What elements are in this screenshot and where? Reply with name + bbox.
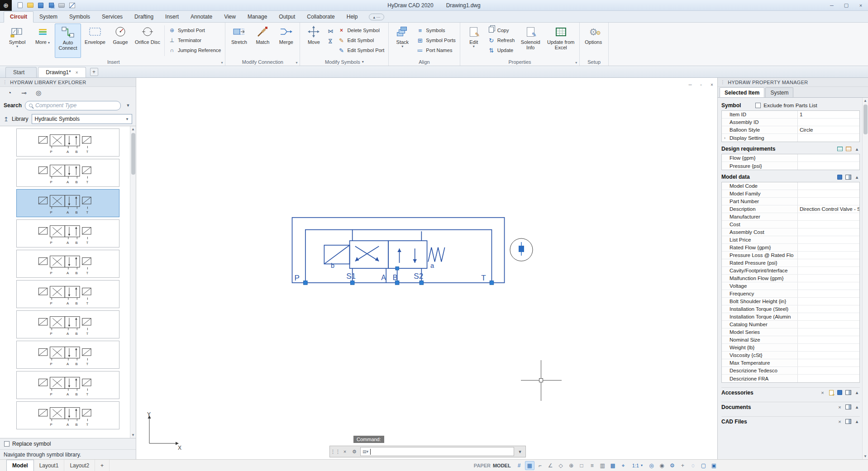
ortho-mode-icon[interactable]: ⌐ bbox=[535, 461, 545, 470]
isometric-drafting-icon[interactable]: ◇ bbox=[556, 461, 566, 470]
command-drag-handle-icon[interactable]: ⋮⋮ bbox=[332, 449, 339, 455]
property-row[interactable]: Description Direction Control Valve - So… bbox=[722, 205, 859, 213]
library-select[interactable]: Hydraulic Symbols ▼ bbox=[32, 114, 132, 124]
panel-drag-handle-icon[interactable]: ⋮ bbox=[3, 80, 7, 85]
polar-tracking-icon[interactable]: ∠ bbox=[546, 461, 555, 470]
library-symbol-item[interactable]: P A B T bbox=[16, 159, 119, 187]
property-row[interactable]: Assembly Cost bbox=[722, 228, 859, 236]
symbol-button[interactable]: Symbol ▾ bbox=[4, 24, 30, 58]
tab-services[interactable]: Services bbox=[96, 12, 129, 22]
property-row[interactable]: Weight {lb} bbox=[722, 344, 859, 352]
update-button[interactable]: ⇅ Update bbox=[486, 46, 517, 55]
library-symbol-item[interactable]: P A B T bbox=[16, 219, 119, 247]
tab-system-props[interactable]: System bbox=[765, 87, 793, 97]
scrollbar-thumb[interactable] bbox=[863, 105, 868, 134]
balloon-marker[interactable] bbox=[508, 237, 534, 263]
documents-panel-icon[interactable] bbox=[845, 404, 851, 410]
annotation-autoscale-icon[interactable]: ◉ bbox=[657, 461, 667, 470]
property-row[interactable]: Installation Torque (Alumin bbox=[722, 313, 859, 321]
ribbon-display-toggle[interactable]: ▴ ⋯ bbox=[369, 14, 384, 20]
command-customize-icon[interactable]: ⚙ bbox=[351, 449, 358, 455]
tab-manage[interactable]: Manage bbox=[242, 12, 273, 22]
grid-display-icon[interactable]: # bbox=[515, 461, 524, 470]
solenoid-info-button[interactable]: ✎ Solenoid Info bbox=[517, 24, 544, 58]
library-symbol-item[interactable]: P A B T bbox=[16, 341, 119, 369]
property-row[interactable]: Model Series bbox=[722, 328, 859, 336]
exclude-from-parts-list-checkbox[interactable] bbox=[755, 103, 761, 108]
doc-tab-start[interactable]: Start bbox=[5, 67, 37, 77]
open-icon[interactable] bbox=[27, 2, 34, 9]
tab-system[interactable]: System bbox=[33, 12, 63, 22]
collapse-section-icon[interactable]: ▴ bbox=[854, 404, 860, 410]
scroll-down-icon[interactable]: ▼ bbox=[863, 453, 867, 459]
library-scrollbar[interactable]: ▲ ▼ bbox=[130, 126, 136, 438]
remove-cad-file-icon[interactable]: × bbox=[837, 419, 843, 425]
property-row[interactable]: Rated Pressure {psi} bbox=[722, 259, 859, 267]
maximize-button[interactable]: ▢ bbox=[839, 0, 854, 10]
property-row[interactable]: Manufacturer bbox=[722, 213, 859, 221]
jumping-reference-button[interactable]: ∩ Jumping Reference bbox=[167, 46, 223, 55]
property-row[interactable]: List Price bbox=[722, 236, 859, 244]
panel-drag-handle-icon[interactable]: ⋮ bbox=[720, 80, 725, 85]
property-row[interactable]: Bolt Shoulder Height {in} bbox=[722, 298, 859, 305]
model-data-panel-icon[interactable] bbox=[845, 174, 851, 180]
library-symbol-item[interactable]: P A B T bbox=[16, 371, 119, 399]
merge-button[interactable]: Merge bbox=[275, 24, 297, 58]
port-names-button[interactable]: ≔ Port Names bbox=[415, 46, 457, 55]
library-symbol-item[interactable]: P A B T bbox=[16, 250, 119, 278]
library-symbol-item[interactable]: P A B T bbox=[16, 280, 119, 308]
transparency-icon[interactable]: ▥ bbox=[598, 461, 607, 470]
new-icon[interactable] bbox=[16, 2, 24, 9]
search-options-chevron-icon[interactable]: ▼ bbox=[124, 101, 132, 110]
selected-valve-circuit[interactable]: P S1 A B S2 T b a bbox=[289, 213, 510, 290]
align-symbols-button[interactable]: ≡ Symbols bbox=[415, 26, 457, 35]
save-all-icon[interactable] bbox=[48, 2, 55, 9]
apply-requirements-icon[interactable] bbox=[845, 146, 851, 152]
collapse-section-icon[interactable]: ▴ bbox=[854, 174, 860, 180]
tab-annotate[interactable]: Annotate bbox=[185, 12, 218, 22]
edit-symbol-button[interactable]: ✎ Edit Symbol bbox=[336, 36, 386, 45]
auto-connect-button[interactable]: Auto Connect bbox=[55, 24, 81, 58]
property-row[interactable]: Cost bbox=[722, 221, 859, 228]
mirror-horizontal-button[interactable]: ⋈ bbox=[326, 27, 335, 35]
symbol-port-button[interactable]: ⊕ Symbol Port bbox=[167, 26, 223, 35]
property-row[interactable]: Pressure {psi} bbox=[722, 162, 859, 170]
dialog-launcher-icon[interactable]: ▾ bbox=[221, 61, 223, 65]
object-snap-tracking-icon[interactable]: ⊕ bbox=[567, 461, 576, 470]
match-button[interactable]: Match bbox=[251, 24, 274, 58]
add-accessory-icon[interactable] bbox=[828, 390, 834, 396]
align-symbol-ports-button[interactable]: ⊞ Symbol Ports bbox=[415, 36, 457, 45]
cad-files-panel-icon[interactable] bbox=[845, 419, 851, 425]
scroll-up-icon[interactable]: ▲ bbox=[131, 126, 135, 132]
tab-symbols[interactable]: Symbols bbox=[63, 12, 96, 22]
property-row[interactable]: Cavity/Footprint/Interface bbox=[722, 267, 859, 275]
property-row[interactable]: Voltage bbox=[722, 282, 859, 290]
move-button[interactable]: Move bbox=[302, 24, 325, 58]
save-icon[interactable] bbox=[37, 2, 44, 9]
tab-collaborate[interactable]: Collaborate bbox=[301, 12, 340, 22]
property-row[interactable]: Model Family bbox=[722, 190, 859, 198]
lineweight-icon[interactable]: ≡ bbox=[587, 461, 597, 470]
refresh-button[interactable]: ↻ Refresh bbox=[486, 36, 517, 45]
library-symbol-item[interactable]: P A B T bbox=[16, 189, 119, 217]
drawing-canvas[interactable]: ─▫× bbox=[136, 78, 717, 459]
tab-selected-item[interactable]: Selected Item bbox=[720, 87, 764, 97]
edit-symbol-port-button[interactable]: ✎ Edit Symbol Port bbox=[336, 46, 386, 55]
property-row[interactable]: Frequency bbox=[722, 290, 859, 298]
more-button[interactable]: More ▾ bbox=[31, 24, 54, 58]
edit-properties-button[interactable]: ✎ Edit ▾ bbox=[463, 24, 485, 58]
stretch-button[interactable]: Stretch bbox=[228, 24, 250, 58]
tab-help[interactable]: Help bbox=[341, 12, 364, 22]
minimize-drawing-button[interactable]: ─ bbox=[687, 81, 694, 88]
property-row[interactable]: Rated Flow {gpm} bbox=[722, 244, 859, 252]
restore-drawing-button[interactable]: ▫ bbox=[697, 81, 705, 88]
collapse-section-icon[interactable]: ▴ bbox=[854, 390, 860, 396]
options-button[interactable]: ⚙⚙ Options bbox=[582, 24, 605, 58]
annotation-visibility-icon[interactable]: ◎ bbox=[647, 461, 656, 470]
scroll-up-icon[interactable]: ▲ bbox=[863, 98, 867, 104]
edit-requirements-icon[interactable] bbox=[837, 146, 843, 152]
property-row[interactable]: Malfunction Flow {gpm} bbox=[722, 275, 859, 282]
customization-plus-icon[interactable]: + bbox=[678, 461, 687, 470]
close-tab-icon[interactable]: × bbox=[76, 70, 78, 75]
doc-tab-drawing1[interactable]: Drawing1*× bbox=[38, 67, 86, 77]
